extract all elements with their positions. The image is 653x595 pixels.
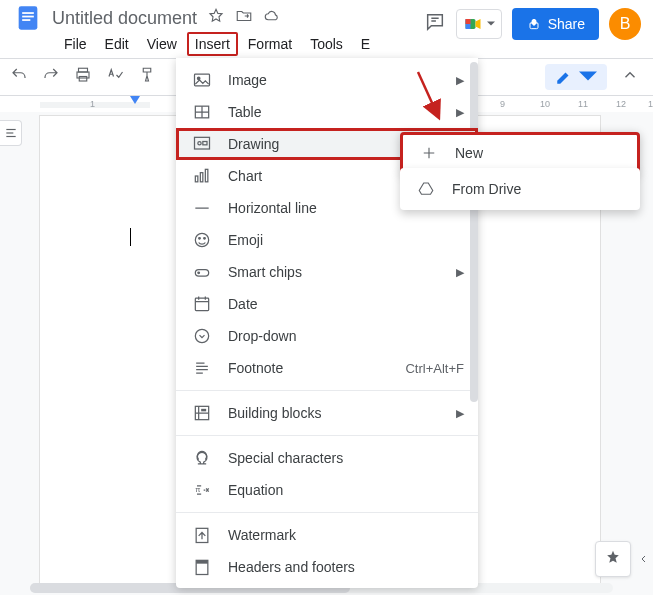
- insert-watermark-item[interactable]: Watermark: [176, 519, 478, 551]
- drawing-submenu-cont: From Drive: [400, 168, 640, 210]
- svg-rect-21: [200, 173, 203, 182]
- insert-smart-item[interactable]: Smart chips▶: [176, 256, 478, 288]
- comments-icon[interactable]: [424, 11, 446, 37]
- insert-date-item[interactable]: Date: [176, 288, 478, 320]
- text-cursor: [130, 228, 131, 246]
- menu-view[interactable]: View: [139, 32, 185, 56]
- svg-point-25: [204, 238, 206, 240]
- ruler-tick: 11: [578, 99, 588, 109]
- drawing-new-item[interactable]: New: [403, 136, 637, 170]
- ruler-tick: 12: [616, 99, 626, 109]
- menu-item-label: Headers and footers: [228, 559, 355, 575]
- table-icon: [192, 102, 212, 122]
- svg-rect-11: [6, 129, 15, 130]
- share-button[interactable]: Share: [512, 8, 599, 40]
- menu-item-label: Date: [228, 296, 258, 312]
- menu-separator: [176, 435, 478, 436]
- menu-format[interactable]: Format: [240, 32, 300, 56]
- svg-rect-13: [6, 136, 15, 137]
- date-icon: [192, 294, 212, 314]
- hline-icon: [192, 198, 212, 218]
- plus-icon: [419, 144, 439, 162]
- menu-item-label: Horizontal line: [228, 200, 317, 216]
- explore-button[interactable]: [595, 541, 631, 577]
- drawing-from-drive-item[interactable]: From Drive: [400, 172, 640, 206]
- redo-icon[interactable]: [42, 66, 60, 88]
- submenu-label: From Drive: [452, 181, 521, 197]
- move-icon[interactable]: [235, 7, 253, 29]
- star-icon[interactable]: [207, 7, 225, 29]
- spellcheck-icon[interactable]: [106, 66, 124, 88]
- menu-item-label: Smart chips: [228, 264, 302, 280]
- outline-toggle-icon[interactable]: [0, 120, 22, 146]
- insert-table-item[interactable]: Table▶: [176, 96, 478, 128]
- docs-logo-icon[interactable]: [8, 0, 48, 38]
- right-actions: Share B: [424, 8, 641, 40]
- svg-rect-2: [22, 16, 34, 18]
- print-icon[interactable]: [74, 66, 92, 88]
- insert-building-item[interactable]: Building blocks▶: [176, 397, 478, 429]
- menu-e[interactable]: E: [353, 32, 378, 56]
- submenu-arrow-icon: ▶: [456, 74, 464, 87]
- insert-footnote-item[interactable]: FootnoteCtrl+Alt+F: [176, 352, 478, 384]
- insert-dropdown-item[interactable]: Drop-down: [176, 320, 478, 352]
- svg-rect-6: [465, 19, 470, 24]
- insert-headers-item[interactable]: Headers and footers: [176, 551, 478, 583]
- ruler-tick: 13: [648, 99, 653, 109]
- submenu-arrow-icon: ▶: [456, 106, 464, 119]
- menu-insert[interactable]: Insert: [187, 32, 238, 56]
- menu-item-label: Building blocks: [228, 405, 321, 421]
- headers-icon: [192, 557, 212, 577]
- submenu-arrow-icon: ▶: [456, 407, 464, 420]
- menu-item-label: Table: [228, 104, 261, 120]
- title-icon-group: [201, 7, 281, 29]
- drive-icon: [416, 180, 436, 198]
- chart-icon: [192, 166, 212, 186]
- document-title[interactable]: Untitled document: [48, 8, 201, 29]
- dropdown-icon: [192, 326, 212, 346]
- cloud-icon[interactable]: [263, 7, 281, 29]
- paint-format-icon[interactable]: [138, 66, 156, 88]
- user-avatar[interactable]: B: [609, 8, 641, 40]
- menu-item-label: Image: [228, 72, 267, 88]
- side-panel-toggle-icon[interactable]: [635, 545, 653, 573]
- svg-rect-0: [19, 6, 38, 29]
- svg-rect-14: [195, 74, 210, 86]
- menu-tools[interactable]: Tools: [302, 32, 351, 56]
- smart-icon: [192, 262, 212, 282]
- svg-rect-3: [22, 19, 30, 21]
- svg-rect-20: [195, 176, 198, 182]
- menu-file[interactable]: File: [56, 32, 95, 56]
- share-label: Share: [548, 16, 585, 32]
- menu-edit[interactable]: Edit: [97, 32, 137, 56]
- editing-mode-button[interactable]: [545, 64, 607, 90]
- footnote-icon: [192, 358, 212, 378]
- building-icon: [192, 403, 212, 423]
- meet-button[interactable]: [456, 9, 502, 39]
- svg-rect-35: [196, 560, 208, 563]
- ruler-tick: 1: [90, 99, 95, 109]
- svg-point-24: [199, 238, 201, 240]
- undo-icon[interactable]: [10, 66, 28, 88]
- collapse-toolbar-icon[interactable]: [621, 66, 643, 88]
- svg-rect-1: [22, 12, 34, 14]
- keyboard-shortcut: Ctrl+Alt+F: [405, 361, 464, 376]
- watermark-icon: [192, 525, 212, 545]
- svg-point-27: [198, 272, 200, 274]
- svg-rect-10: [79, 77, 87, 82]
- indent-marker-icon[interactable]: [130, 96, 140, 108]
- menu-item-label: Chart: [228, 168, 262, 184]
- insert-emoji-item[interactable]: Emoji: [176, 224, 478, 256]
- insert-image-item[interactable]: Image▶: [176, 64, 478, 96]
- svg-rect-28: [195, 298, 208, 311]
- menu-item-label: Drop-down: [228, 328, 296, 344]
- special-icon: [192, 448, 212, 468]
- svg-rect-12: [6, 132, 13, 133]
- svg-text:π: π: [195, 485, 200, 494]
- emoji-icon: [192, 230, 212, 250]
- svg-rect-22: [205, 169, 208, 182]
- insert-special-item[interactable]: Special characters: [176, 442, 478, 474]
- insert-equation-item[interactable]: πEquation: [176, 474, 478, 506]
- svg-rect-31: [201, 409, 206, 412]
- menu-item-label: Emoji: [228, 232, 263, 248]
